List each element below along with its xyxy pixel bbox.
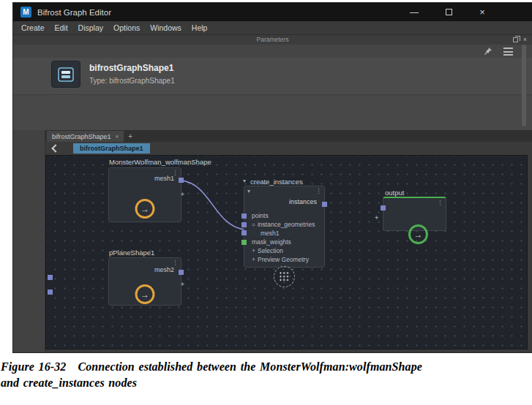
node-title-output: output xyxy=(385,189,404,197)
output-port-mesh2[interactable] xyxy=(179,270,184,275)
figure-caption: Figure 16-32Connection established betwe… xyxy=(1,359,532,391)
port-row-label: Selection xyxy=(258,247,283,254)
tab-bifrostgraphshape1[interactable]: bifrostGraphShape1 × xyxy=(47,131,124,142)
input-port-rows: points = instance_geometries mesh1 mask_… xyxy=(244,211,324,264)
node-graph-canvas[interactable]: MonsterWolfman_wolfmanShape ⋮ mesh1 + → … xyxy=(45,155,528,349)
maximize-icon xyxy=(446,9,452,15)
parameters-panel-header[interactable]: Parameters × xyxy=(13,35,532,45)
port-row-label: points xyxy=(252,212,269,219)
breadcrumb-current[interactable]: bifrostGraphShape1 xyxy=(73,143,150,154)
back-chevron-icon[interactable] xyxy=(48,143,60,154)
output-node-input-port[interactable] xyxy=(381,205,386,211)
expand-plus-icon: + xyxy=(252,247,255,254)
panel-header-icons: × xyxy=(513,35,527,45)
port-row-label: mesh1 xyxy=(261,230,280,237)
caption-text-line2: and create_instances nodes xyxy=(1,376,137,389)
port-row-label: instance_geometries xyxy=(258,221,315,228)
menu-options[interactable]: Options xyxy=(108,23,145,32)
instancing-icon-circle xyxy=(274,266,295,287)
arrow-icon: → xyxy=(414,230,423,239)
menu-edit[interactable]: Edit xyxy=(50,23,73,32)
tab-label: bifrostGraphShape1 xyxy=(52,133,111,140)
input-port-mask-weights[interactable] xyxy=(241,240,247,245)
arrow-icon: → xyxy=(141,290,149,299)
port-row-label: mask_weights xyxy=(252,238,291,246)
graph-editor-panel: bifrostGraphShape1 × + bifrostGraphShape… xyxy=(13,130,532,352)
tab-bar: bifrostGraphShape1 × + xyxy=(45,130,532,142)
add-port-button[interactable]: + xyxy=(181,281,184,288)
window-title: Bifrost Graph Editor xyxy=(37,8,111,17)
pin-icon[interactable] xyxy=(484,47,492,56)
port-label-mesh2: mesh2 xyxy=(154,266,174,273)
collapse-icon[interactable]: ▾ xyxy=(243,178,246,184)
input-port-mesh1-child[interactable] xyxy=(241,230,247,235)
node-title-monsterwolfman: MonsterWolfman_wolfmanShape xyxy=(109,158,211,166)
dot-grid-icon xyxy=(278,270,291,283)
parameters-scrollbar[interactable] xyxy=(522,45,526,126)
fan-in-icon: = xyxy=(252,221,255,228)
node-title-create-instances: create_instances xyxy=(250,178,303,186)
caption-text-line1: Connection established between the Monst… xyxy=(78,360,422,373)
figure-number: Figure 16-32 xyxy=(1,360,66,373)
node-title-pplaneshape1: pPlaneShape1 xyxy=(109,249,154,257)
node-pplaneshape1[interactable]: ⋮ mesh2 + → xyxy=(108,257,181,306)
breadcrumb-bar: bifrostGraphShape1 xyxy=(45,142,532,155)
panel-float-icon[interactable] xyxy=(513,37,518,42)
add-tab-button[interactable]: + xyxy=(124,131,137,142)
expand-plus-icon: + xyxy=(252,256,255,263)
port-row-mask-weights[interactable]: mask_weights xyxy=(244,238,324,246)
port-row-points[interactable]: points xyxy=(244,211,324,220)
port-label-instances: instances xyxy=(289,198,317,205)
node-menu-icon[interactable]: ⋮ xyxy=(315,187,322,194)
menu-bar: Create Edit Display Options Windows Help xyxy=(13,21,532,35)
connection-wire[interactable] xyxy=(181,181,245,230)
graph-input-port-2[interactable] xyxy=(48,289,53,295)
node-monsterwolfman-wolfmanshape[interactable]: ⋮ mesh1 + → xyxy=(108,167,181,222)
bifrost-graph-editor-window: M Bifrost Graph Editor — × Create Edit D… xyxy=(13,3,532,352)
output-port-instances[interactable] xyxy=(322,202,327,207)
output-icon-circle: → xyxy=(408,224,428,244)
hamburger-menu-icon[interactable] xyxy=(503,48,513,56)
maya-bifrost-app-icon: M xyxy=(20,7,31,18)
menu-help[interactable]: Help xyxy=(187,23,213,32)
add-port-button[interactable]: + xyxy=(375,214,378,222)
input-port-instance-geometries[interactable] xyxy=(241,222,247,227)
node-menu-icon[interactable]: ⋮ xyxy=(437,199,443,206)
parameters-toolbar-row xyxy=(13,45,532,58)
parameters-node-name: bifrostGraphShape1 xyxy=(89,63,173,73)
port-row-instance-geometries[interactable]: = instance_geometries xyxy=(244,220,324,229)
parameters-header-label: Parameters xyxy=(13,36,532,43)
left-gutter xyxy=(13,130,45,352)
menu-windows[interactable]: Windows xyxy=(145,23,187,32)
panel-close-icon[interactable]: × xyxy=(523,37,527,43)
parameters-empty-area xyxy=(13,94,532,130)
input-port-points[interactable] xyxy=(241,213,247,219)
add-port-button[interactable]: + xyxy=(181,191,184,198)
menu-display[interactable]: Display xyxy=(73,23,108,32)
port-row-preview-geometry[interactable]: + Preview Geometry xyxy=(244,255,324,264)
title-bar[interactable]: M Bifrost Graph Editor — × xyxy=(13,3,532,21)
output-port-mesh1[interactable] xyxy=(179,178,184,183)
port-label-mesh1: mesh1 xyxy=(154,175,174,182)
arrow-icon: → xyxy=(141,205,149,213)
node-create-instances[interactable]: ▾ ⋮ instances points = instance_geometri… xyxy=(244,186,325,268)
port-row-mesh1-child[interactable]: mesh1 xyxy=(244,229,324,238)
minimize-button[interactable]: — xyxy=(402,3,427,21)
port-row-label: Preview Geometry xyxy=(258,256,309,263)
compound-icon-circle: → xyxy=(135,284,155,304)
tab-close-icon[interactable]: × xyxy=(116,133,119,140)
parameters-content[interactable]: bifrostGraphShape1 Type: bifrostGraphSha… xyxy=(13,58,532,94)
parameters-node-type: Type: bifrostGraphShape1 xyxy=(89,77,175,85)
collapse-icon[interactable]: ▾ xyxy=(247,188,250,194)
menu-create[interactable]: Create xyxy=(16,23,50,32)
graph-input-port-1[interactable] xyxy=(48,275,53,280)
bifrost-node-icon xyxy=(51,61,80,88)
node-menu-icon[interactable]: ⋮ xyxy=(172,259,179,266)
maximize-button[interactable] xyxy=(436,3,461,21)
compound-icon-circle: → xyxy=(135,199,155,219)
port-row-selection[interactable]: + Selection xyxy=(244,246,324,255)
close-button[interactable]: × xyxy=(470,3,495,21)
